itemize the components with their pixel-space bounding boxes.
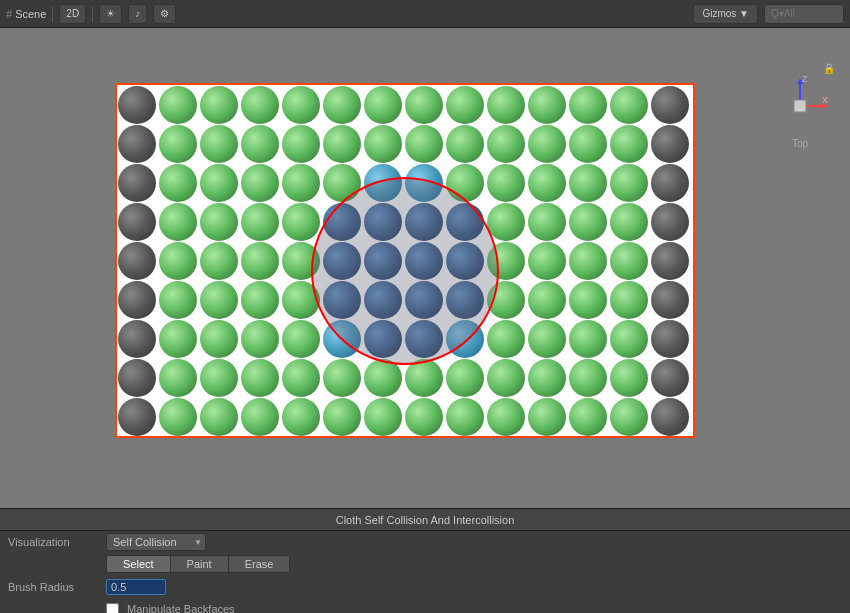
sphere [282,164,320,202]
sphere [159,86,197,124]
sphere [528,359,566,397]
sphere [610,125,648,163]
sphere [610,242,648,280]
sphere [159,164,197,202]
sphere [323,359,361,397]
svg-rect-4 [794,100,806,112]
sphere [241,125,279,163]
sphere [200,164,238,202]
sphere [446,398,484,436]
sphere [159,203,197,241]
audio-icon-button[interactable]: ♪ [128,4,147,24]
lighting-icon-button[interactable]: ☀ [99,4,122,24]
sphere [405,281,443,319]
sphere [118,398,156,436]
sphere [405,203,443,241]
sphere [569,320,607,358]
sphere [651,203,689,241]
sphere [405,242,443,280]
search-input[interactable] [764,4,844,24]
lock-icon: 🔒 [823,63,835,74]
effects-icon-button[interactable]: ⚙ [153,4,176,24]
brush-radius-row: Brush Radius [0,575,850,599]
panel-title-bar: Cloth Self Collision And Intercollision [0,509,850,531]
sphere [446,281,484,319]
sphere [610,320,648,358]
manipulate-row: Manipulate Backfaces [0,599,850,613]
sphere [610,164,648,202]
sphere [200,359,238,397]
sphere [651,242,689,280]
z-axis-label: Z [802,76,808,84]
sphere [159,242,197,280]
sphere [241,398,279,436]
sphere [323,125,361,163]
sphere [159,281,197,319]
sphere [446,320,484,358]
sphere [282,320,320,358]
sphere [241,320,279,358]
manipulate-backfaces-checkbox[interactable] [106,603,119,614]
sphere [610,359,648,397]
sphere [569,164,607,202]
sphere [241,164,279,202]
toolbar-separator-2 [92,6,93,22]
sphere [159,320,197,358]
sphere [487,359,525,397]
sphere [528,398,566,436]
visualization-dropdown-wrapper[interactable]: Self Collision [106,533,206,551]
sphere [446,203,484,241]
sphere [487,125,525,163]
sphere [200,86,238,124]
sphere [610,398,648,436]
paint-tab[interactable]: Paint [171,556,229,572]
sphere [364,398,402,436]
sphere [405,359,443,397]
sphere [651,398,689,436]
sphere [651,164,689,202]
sphere [569,398,607,436]
sphere [364,359,402,397]
sphere [364,281,402,319]
gizmo-widget: 🔒 Z X Top [765,63,835,153]
sphere [282,86,320,124]
sphere [528,242,566,280]
sphere [446,359,484,397]
sphere [528,320,566,358]
sphere [241,281,279,319]
scene-toolbar: # Scene 2D ☀ ♪ ⚙ Gizmos ▼ [0,0,850,28]
sphere [651,125,689,163]
sphere [118,86,156,124]
sphere [569,242,607,280]
sphere [159,359,197,397]
sphere [487,86,525,124]
brush-radius-input[interactable] [106,579,166,595]
sphere [159,125,197,163]
sphere [282,359,320,397]
sphere [610,281,648,319]
sphere [569,125,607,163]
scene-viewport: 🔒 Z X Top [0,28,850,508]
visualization-dropdown[interactable]: Self Collision [106,533,206,551]
sphere [159,398,197,436]
sphere [446,125,484,163]
x-axis-label: X [822,95,828,105]
sphere [282,281,320,319]
sphere [282,398,320,436]
sphere [487,203,525,241]
erase-tab[interactable]: Erase [229,556,290,572]
mode-tab-row: Select Paint Erase [0,553,850,575]
sphere [364,164,402,202]
sphere [118,164,156,202]
select-tab[interactable]: Select [107,556,171,572]
sphere [364,125,402,163]
sphere [200,242,238,280]
sphere [528,281,566,319]
2d-button[interactable]: 2D [59,4,86,24]
sphere [610,203,648,241]
sphere [528,203,566,241]
sphere [446,86,484,124]
sphere [405,398,443,436]
gizmos-button[interactable]: Gizmos ▼ [693,4,758,24]
panel-title: Cloth Self Collision And Intercollision [336,514,515,526]
